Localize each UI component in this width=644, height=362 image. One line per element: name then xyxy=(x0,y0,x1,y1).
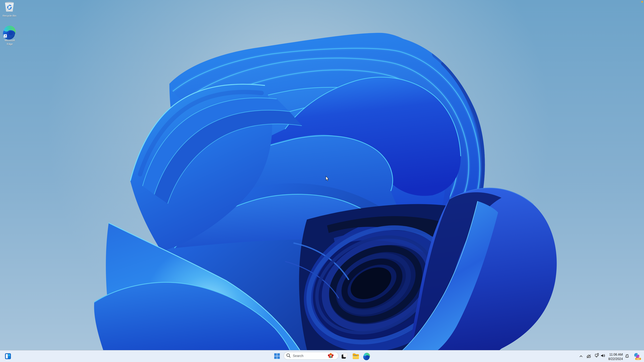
svg-text:z: z xyxy=(626,355,627,356)
svg-text:z: z xyxy=(628,354,628,355)
svg-text:11:06 AM: 11:06 AM xyxy=(609,353,623,356)
svg-text:Recycle Bin: Recycle Bin xyxy=(2,14,16,17)
svg-text:Microsoft: Microsoft xyxy=(5,39,15,42)
svg-text:PRE: PRE xyxy=(636,358,640,360)
svg-text:Search: Search xyxy=(293,354,304,358)
svg-text:Edge: Edge xyxy=(7,42,12,45)
svg-text:8/22/2024: 8/22/2024 xyxy=(608,357,623,361)
